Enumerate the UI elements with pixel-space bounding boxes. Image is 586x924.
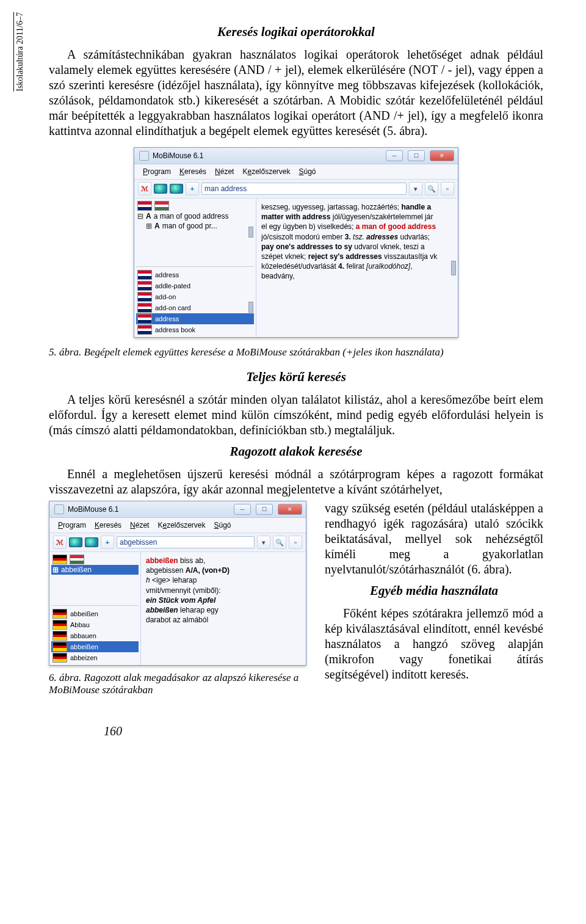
search-input[interactable]: abgebissen	[117, 536, 255, 548]
menu-item[interactable]: Keresés	[91, 520, 125, 530]
menu-item[interactable]: Keresés	[176, 167, 210, 176]
menu-item[interactable]: Súgó	[295, 167, 320, 176]
lang-to-icon[interactable]	[170, 184, 183, 194]
close-button[interactable]: ✕	[430, 150, 454, 161]
list-item[interactable]: abbeißen	[51, 608, 139, 619]
menu-item[interactable]: Kezelőszervek	[239, 167, 294, 176]
list-item[interactable]: addle-pated	[136, 280, 254, 291]
window-title: MoBiMouse 6.1	[153, 151, 203, 160]
app-icon	[54, 504, 64, 514]
paragraph-4: Főként képes szótárakra jellemző mód a k…	[325, 606, 543, 682]
search-input[interactable]: man address	[201, 183, 407, 195]
menu-item[interactable]: Súgó	[211, 520, 235, 530]
logo-button[interactable]: ℳ	[53, 536, 67, 549]
hu-flag-icon	[70, 555, 84, 564]
journal-label: Iskolakultúra 2011/6–7	[13, 12, 25, 92]
scroll-thumb[interactable]	[248, 227, 253, 238]
list-item[interactable]: ⊟Aa man of good address	[136, 211, 254, 221]
scroll-thumb[interactable]	[451, 261, 456, 275]
list-item[interactable]: add-on card	[136, 302, 254, 313]
page-number: 160	[104, 724, 543, 738]
menu-bar[interactable]: Program Keresés Nézet Kezelőszervek Súgó	[49, 518, 306, 533]
extra-button[interactable]: ▫	[441, 182, 454, 195]
uk-flag-icon	[137, 292, 152, 302]
lang-to-icon[interactable]	[85, 537, 98, 547]
list-item-selected[interactable]: address	[136, 313, 254, 324]
menu-bar[interactable]: Program Keresés Nézet Kezelőszervek Súgó	[134, 164, 458, 179]
de-flag-icon	[52, 620, 67, 630]
paragraph-3: Ennél a meglehetősen újszerű keresési mó…	[49, 467, 543, 497]
heading-4: Egyéb média használata	[325, 583, 543, 598]
hu-flag-icon	[154, 201, 169, 211]
minimize-button[interactable]: ─	[386, 150, 403, 161]
window-title: MoBiMouse 6.1	[68, 505, 118, 514]
definition-pane: keszseg, ugyesseg, jartassag, hozzáértés…	[256, 198, 449, 337]
app-icon	[139, 151, 149, 161]
menu-item[interactable]: Program	[54, 520, 90, 530]
de-flag-icon	[52, 609, 67, 619]
menu-item[interactable]: Kezelőszervek	[154, 520, 209, 530]
list-item[interactable]: address book	[136, 324, 254, 335]
uk-flag-icon	[137, 314, 152, 324]
de-flag-icon	[52, 653, 67, 663]
figure-caption-5: 5. ábra. Begépelt elemek együttes keresé…	[49, 346, 543, 358]
paragraph-1: A számítástechnikában gyakran használato…	[49, 47, 543, 139]
uk-flag-icon	[137, 303, 152, 313]
extra-button[interactable]: ▫	[289, 536, 302, 549]
heading-2: Teljes körű keresés	[49, 369, 543, 385]
find-button[interactable]: 🔍	[273, 536, 286, 549]
menu-item[interactable]: Nézet	[126, 520, 153, 530]
uk-flag-icon	[137, 201, 152, 211]
dropdown-button[interactable]: ▾	[257, 536, 270, 549]
dropdown-button[interactable]: ▾	[409, 182, 422, 195]
de-flag-icon	[52, 631, 67, 641]
find-button[interactable]: 🔍	[425, 182, 438, 195]
de-flag-icon	[52, 642, 67, 652]
list-item-selected[interactable]: ⊞abbeißen	[51, 565, 139, 575]
list-item[interactable]: Abbau	[51, 619, 139, 630]
lang-from-icon[interactable]	[69, 537, 82, 547]
menu-item[interactable]: Program	[139, 167, 175, 176]
figure-caption-6: 6. ábra. Ragozott alak megadásakor az al…	[49, 672, 311, 696]
paragraph-2: A teljes körű keresésnél a szótár minden…	[49, 392, 543, 438]
uk-flag-icon	[137, 281, 152, 291]
uk-flag-icon	[137, 270, 152, 280]
list-item[interactable]: abbauen	[51, 630, 139, 641]
list-item[interactable]: add-on	[136, 291, 254, 302]
list-item[interactable]	[51, 554, 139, 565]
list-item-selected[interactable]: abbeißen	[51, 641, 139, 652]
definition-pane: abbeißen biss ab,abgebissen A/A, (von+D)…	[141, 552, 306, 665]
scroll-thumb[interactable]	[248, 302, 253, 313]
lang-from-icon[interactable]	[154, 184, 167, 194]
maximize-button[interactable]: ☐	[408, 150, 425, 161]
list-item[interactable]	[136, 200, 254, 211]
list-item[interactable]: address	[136, 269, 254, 280]
uk-flag-icon	[137, 325, 152, 335]
heading-1: Keresés logikai operátorokkal	[49, 24, 543, 40]
logo-button[interactable]: ℳ	[138, 182, 151, 195]
minimize-button[interactable]: ─	[234, 504, 251, 515]
list-item[interactable]: ⊞Aman of good pr...	[136, 221, 254, 231]
paragraph-3b: vagy szükség esetén (például utalásképpe…	[325, 501, 543, 577]
heading-3: Ragozott alakok keresése	[49, 444, 543, 459]
maximize-button[interactable]: ☐	[256, 504, 273, 515]
menu-item[interactable]: Nézet	[211, 167, 237, 176]
plus-operator-button[interactable]: +	[101, 536, 114, 549]
de-flag-icon	[52, 555, 67, 564]
plus-operator-button[interactable]: +	[186, 182, 199, 195]
list-item[interactable]: abbeizen	[51, 652, 139, 663]
close-button[interactable]: ✕	[278, 504, 302, 515]
